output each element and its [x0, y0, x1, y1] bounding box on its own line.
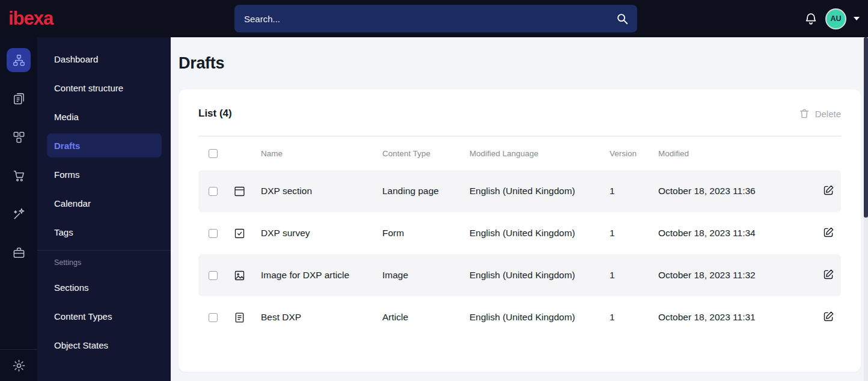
cell-language: English (United Kingdom): [460, 186, 600, 197]
cart-icon: [12, 169, 26, 183]
global-search: [234, 5, 637, 32]
sidebar-menu: Dashboard Content structure Media Drafts…: [37, 37, 171, 381]
table-row: Best DXP Article English (United Kingdom…: [198, 296, 841, 338]
sidebar-item-dashboard[interactable]: Dashboard: [47, 47, 162, 71]
cell-language: English (United Kingdom): [460, 312, 600, 323]
page-title: Drafts: [179, 54, 861, 73]
search-input[interactable]: [244, 14, 616, 24]
search-icon[interactable]: [616, 12, 629, 25]
topbar-actions: AU: [804, 0, 860, 37]
edit-button[interactable]: [822, 268, 835, 282]
edit-icon: [822, 184, 835, 197]
cell-modified: October 18, 2023 11:36: [649, 186, 805, 197]
column-header-version: Version: [600, 149, 649, 158]
form-icon: [233, 227, 246, 240]
article-icon: [233, 311, 246, 324]
delete-label: Delete: [815, 109, 841, 119]
settings-section: Settings: [37, 250, 171, 267]
rail-item-product-catalog[interactable]: [0, 233, 37, 272]
cell-name: Best DXP: [251, 312, 373, 323]
content-tree-icon[interactable]: [7, 48, 31, 72]
row-checkbox[interactable]: [209, 313, 218, 322]
row-checkbox[interactable]: [209, 271, 218, 280]
avatar[interactable]: AU: [827, 10, 845, 28]
table-row: DXP section Landing page English (United…: [198, 170, 841, 212]
chevron-down-icon[interactable]: [854, 17, 860, 20]
row-checkbox[interactable]: [209, 229, 218, 238]
cell-version: 1: [600, 312, 649, 323]
column-header-modified: Modified: [649, 149, 805, 158]
cell-modified: October 18, 2023 11:31: [649, 312, 805, 323]
rail-item-content-tree[interactable]: [0, 41, 37, 79]
rail-item-commerce[interactable]: [0, 156, 37, 195]
delete-button[interactable]: Delete: [798, 108, 841, 120]
row-checkbox[interactable]: [209, 187, 218, 196]
edit-icon: [822, 268, 835, 281]
cell-version: 1: [600, 186, 649, 197]
cell-content-type: Landing page: [373, 186, 460, 197]
sidebar-item-drafts[interactable]: Drafts: [47, 133, 162, 157]
column-header-content-type: Content Type: [373, 149, 460, 158]
column-header-modified-language: Modified Language: [460, 149, 600, 158]
cell-modified: October 18, 2023 11:32: [649, 270, 805, 281]
cell-name: Image for DXP article: [251, 270, 373, 281]
cell-version: 1: [600, 228, 649, 239]
trash-icon: [798, 108, 810, 120]
table-header-row: Name Content Type Modified Language Vers…: [198, 136, 841, 170]
icon-rail: [0, 37, 37, 381]
ibexa-logo[interactable]: ibexa: [8, 8, 53, 29]
notifications-bell-icon[interactable]: [804, 11, 818, 26]
table-row: DXP survey Form English (United Kingdom)…: [198, 212, 841, 254]
topbar: ibexa AU: [0, 0, 868, 37]
rail-item-automation[interactable]: [0, 195, 37, 233]
column-header-name: Name: [251, 149, 373, 158]
cell-language: English (United Kingdom): [460, 228, 600, 239]
scrollbar-thumb[interactable]: [864, 37, 868, 218]
sidebar-item-object-states[interactable]: Object States: [47, 333, 162, 357]
sidebar-item-sections[interactable]: Sections: [47, 275, 162, 299]
cell-language: English (United Kingdom): [460, 270, 600, 281]
drafts-table: Name Content Type Modified Language Vers…: [198, 136, 841, 338]
sidebar-item-content-types[interactable]: Content Types: [47, 304, 162, 328]
card-header: List (4) Delete: [198, 108, 841, 120]
edit-button[interactable]: [822, 226, 835, 240]
cell-name: DXP section: [251, 186, 373, 197]
drafts-card: List (4) Delete Name Content Type Modifi…: [179, 90, 861, 372]
cell-content-type: Image: [373, 270, 460, 281]
edit-icon: [822, 226, 835, 239]
sidebar-item-media[interactable]: Media: [47, 105, 162, 129]
settings-section-label: Settings: [54, 258, 171, 267]
table-row: Image for DXP article Image English (Uni…: [198, 254, 841, 296]
edit-button[interactable]: [822, 310, 835, 325]
sidebar-item-content-structure[interactable]: Content structure: [47, 76, 162, 100]
gear-icon: [12, 359, 26, 373]
blocks-icon: [12, 130, 26, 144]
vertical-scrollbar[interactable]: [864, 37, 868, 381]
image-icon: [233, 269, 246, 282]
select-all-checkbox[interactable]: [209, 149, 218, 158]
sidebar-item-calendar[interactable]: Calendar: [47, 191, 162, 215]
rail-item-blocks[interactable]: [0, 118, 37, 156]
pages-icon: [12, 92, 26, 106]
edit-button[interactable]: [822, 184, 835, 198]
edit-icon: [822, 310, 835, 323]
cell-modified: October 18, 2023 11:34: [649, 228, 805, 239]
wand-icon: [12, 207, 26, 221]
cell-name: DXP survey: [251, 228, 373, 239]
sidebar-item-tags[interactable]: Tags: [47, 220, 162, 244]
cell-version: 1: [600, 270, 649, 281]
landing-page-icon: [233, 185, 246, 198]
briefcase-icon: [12, 246, 26, 260]
cell-content-type: Form: [373, 228, 460, 239]
rail-item-admin[interactable]: [0, 349, 37, 381]
list-count-label: List (4): [198, 108, 232, 120]
main-content: Drafts List (4) Delete Name Content T: [171, 37, 868, 381]
rail-item-pages[interactable]: [0, 79, 37, 118]
cell-content-type: Article: [373, 312, 460, 323]
sidebar-item-forms[interactable]: Forms: [47, 162, 162, 186]
